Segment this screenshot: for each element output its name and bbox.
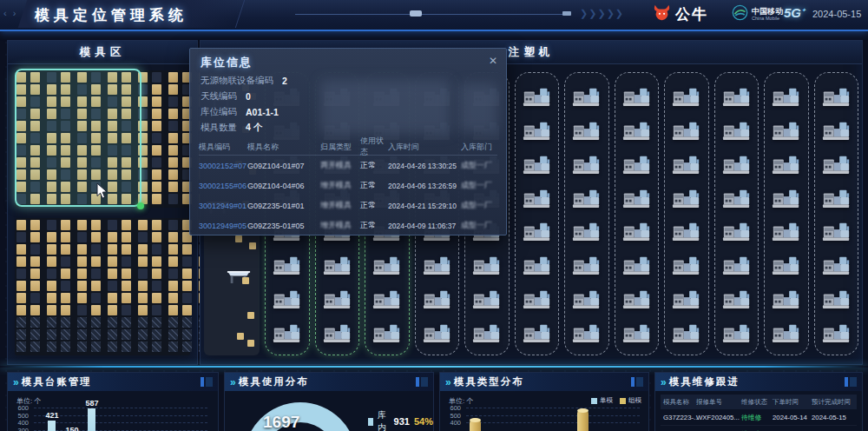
mold-storage-cell[interactable] (122, 232, 131, 242)
empty-storage-cell[interactable] (61, 281, 70, 291)
pallet-cell[interactable] (247, 340, 254, 347)
injection-machine-icon[interactable] (323, 253, 352, 275)
mold-storage-cell[interactable] (168, 169, 178, 180)
injection-machine-icon[interactable] (822, 253, 851, 275)
empty-storage-cell[interactable] (108, 281, 117, 291)
empty-storage-cell[interactable] (91, 329, 101, 340)
injection-machine-icon[interactable] (622, 219, 651, 242)
injection-machine-icon[interactable] (472, 253, 501, 275)
empty-storage-cell[interactable] (16, 232, 26, 242)
mold-storage-cell[interactable] (30, 281, 40, 291)
empty-storage-cell[interactable] (182, 256, 192, 267)
mold-storage-cell[interactable] (30, 232, 40, 242)
injection-machine-icon[interactable] (672, 186, 700, 209)
injection-machine-icon[interactable] (822, 219, 851, 242)
mold-storage-cell[interactable] (108, 269, 117, 279)
mold-storage-cell[interactable] (61, 293, 70, 303)
empty-storage-cell[interactable] (168, 121, 178, 131)
injection-machine-icon[interactable] (772, 152, 800, 175)
empty-storage-cell[interactable] (122, 317, 131, 328)
empty-storage-cell[interactable] (152, 157, 161, 168)
mold-storage-cell[interactable] (122, 220, 131, 230)
mold-storage-cell[interactable] (108, 244, 117, 255)
empty-storage-cell[interactable] (122, 341, 131, 352)
empty-storage-cell[interactable] (61, 256, 70, 267)
empty-storage-cell[interactable] (168, 329, 178, 340)
injection-machine-icon[interactable] (722, 219, 751, 242)
selected-location-highlight[interactable] (15, 69, 141, 207)
mold-storage-cell[interactable] (61, 305, 70, 315)
mold-storage-cell[interactable] (47, 244, 56, 255)
injection-machine-icon[interactable] (822, 321, 851, 343)
injection-machine-icon[interactable] (523, 118, 551, 141)
injection-machine-icon[interactable] (772, 253, 800, 275)
injection-machine-icon[interactable] (722, 253, 751, 275)
injection-machine-icon[interactable] (822, 152, 851, 175)
mold-storage-cell[interactable] (30, 256, 40, 267)
empty-storage-cell[interactable] (61, 329, 70, 340)
mold-storage-cell[interactable] (91, 305, 101, 315)
mold-storage-cell[interactable] (47, 293, 56, 303)
injection-machine-icon[interactable] (523, 253, 551, 275)
empty-storage-cell[interactable] (91, 244, 101, 255)
mold-storage-cell[interactable] (16, 305, 26, 315)
empty-storage-cell[interactable] (30, 244, 40, 255)
empty-storage-cell[interactable] (77, 329, 87, 340)
injection-machine-icon[interactable] (722, 118, 751, 141)
mold-storage-cell[interactable] (138, 244, 148, 255)
mold-storage-cell[interactable] (138, 305, 148, 315)
empty-storage-cell[interactable] (182, 317, 192, 328)
mold-storage-cell[interactable] (168, 293, 178, 303)
empty-storage-cell[interactable] (77, 305, 87, 315)
mold-storage-cell[interactable] (182, 244, 192, 255)
empty-storage-cell[interactable] (122, 305, 131, 315)
injection-machine-icon[interactable] (572, 186, 601, 209)
injection-machine-icon[interactable] (523, 84, 551, 107)
mold-storage-cell[interactable] (168, 182, 178, 192)
empty-storage-cell[interactable] (91, 269, 101, 279)
empty-storage-cell[interactable] (47, 329, 56, 340)
mold-storage-cell[interactable] (108, 256, 117, 267)
mold-storage-cell[interactable] (138, 220, 148, 230)
injection-machine-icon[interactable] (323, 321, 352, 343)
injection-machine-icon[interactable] (372, 253, 401, 275)
injection-machine-icon[interactable] (572, 118, 601, 141)
mold-storage-cell[interactable] (168, 232, 178, 242)
mold-storage-cell[interactable] (61, 244, 70, 255)
mold-storage-cell[interactable] (30, 269, 40, 279)
injection-machine-icon[interactable] (672, 118, 700, 141)
injection-machine-icon[interactable] (622, 321, 651, 343)
repair-table-row[interactable]: G37Z223-...WXF202405...维修中2024-05-152024… (661, 426, 857, 431)
injection-machine-icon[interactable] (722, 84, 751, 107)
mold-storage-cell[interactable] (168, 72, 178, 83)
injection-machine-icon[interactable] (572, 253, 601, 275)
pallet-cell[interactable] (249, 242, 256, 249)
storage-table-row[interactable]: 30002155#06G09Z104-04#06增开模具正常2024-04-06… (199, 176, 497, 196)
mold-storage-cell[interactable] (108, 305, 117, 315)
mold-storage-cell[interactable] (91, 232, 101, 242)
injection-machine-icon[interactable] (672, 253, 700, 275)
empty-storage-cell[interactable] (168, 220, 178, 230)
mold-storage-cell[interactable] (152, 269, 161, 279)
empty-storage-cell[interactable] (47, 269, 56, 279)
mold-storage-cell[interactable] (168, 256, 178, 267)
empty-storage-cell[interactable] (182, 293, 192, 303)
mold-storage-cell[interactable] (108, 232, 117, 242)
empty-storage-cell[interactable] (30, 329, 40, 340)
empty-storage-cell[interactable] (61, 341, 70, 352)
injection-machine-icon[interactable] (772, 84, 800, 107)
injection-machine-icon[interactable] (822, 186, 851, 209)
mold-storage-cell[interactable] (77, 281, 87, 291)
empty-storage-cell[interactable] (47, 220, 56, 230)
empty-storage-cell[interactable] (138, 317, 148, 328)
injection-machine-icon[interactable] (572, 84, 601, 107)
empty-storage-cell[interactable] (152, 244, 161, 255)
mold-storage-cell[interactable] (168, 133, 178, 143)
empty-storage-cell[interactable] (30, 317, 40, 328)
pallet-cell[interactable] (237, 333, 244, 340)
injection-machine-icon[interactable] (722, 321, 751, 343)
injection-machine-icon[interactable] (523, 186, 551, 209)
injection-machine-icon[interactable] (722, 186, 751, 209)
modal-close-button[interactable]: ✕ (487, 53, 499, 69)
empty-storage-cell[interactable] (16, 329, 26, 340)
